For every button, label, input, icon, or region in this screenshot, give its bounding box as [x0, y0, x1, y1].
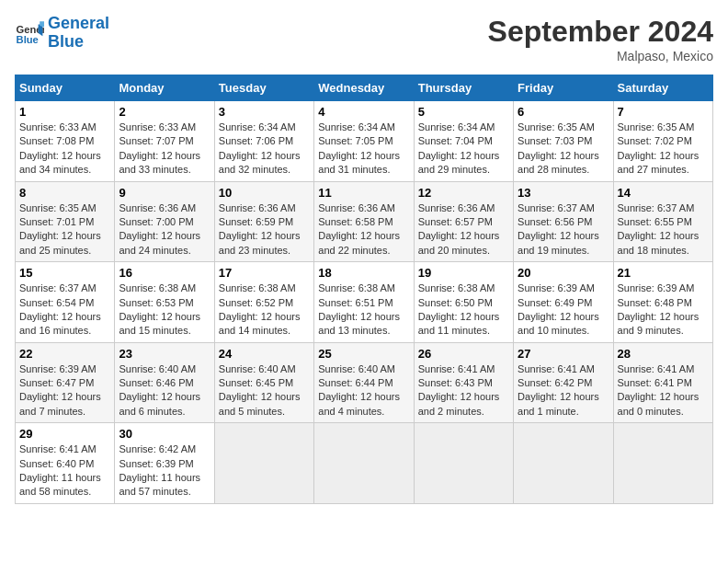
day-cell: 12Sunrise: 6:36 AM Sunset: 6:57 PM Dayli… [414, 181, 513, 262]
day-info: Sunrise: 6:39 AM Sunset: 6:47 PM Dayligh… [19, 362, 110, 419]
day-info: Sunrise: 6:33 AM Sunset: 7:07 PM Dayligh… [119, 121, 210, 178]
day-number: 2 [119, 105, 210, 119]
day-number: 18 [318, 266, 409, 280]
day-number: 21 [618, 266, 709, 280]
day-info: Sunrise: 6:36 AM Sunset: 6:58 PM Dayligh… [318, 201, 409, 259]
day-number: 11 [318, 186, 409, 200]
day-info: Sunrise: 6:34 AM Sunset: 7:06 PM Dayligh… [219, 121, 310, 178]
day-cell: 23Sunrise: 6:40 AM Sunset: 6:46 PM Dayli… [115, 342, 214, 423]
weekday-header-sunday: Sunday [16, 75, 115, 101]
day-number: 9 [119, 186, 210, 200]
week-row-3: 15Sunrise: 6:37 AM Sunset: 6:54 PM Dayli… [16, 262, 713, 343]
day-number: 17 [219, 266, 310, 280]
day-cell: 13Sunrise: 6:37 AM Sunset: 6:56 PM Dayli… [514, 181, 613, 262]
weekday-header-saturday: Saturday [613, 75, 712, 101]
day-info: Sunrise: 6:40 AM Sunset: 6:45 PM Dayligh… [219, 362, 310, 419]
day-info: Sunrise: 6:39 AM Sunset: 6:49 PM Dayligh… [518, 282, 609, 339]
day-cell: 6Sunrise: 6:35 AM Sunset: 7:03 PM Daylig… [514, 101, 613, 182]
day-cell [613, 423, 712, 504]
weekday-header-tuesday: Tuesday [214, 75, 313, 101]
logo-text: GeneralBlue [48, 15, 109, 52]
day-number: 20 [518, 266, 609, 280]
week-row-5: 29Sunrise: 6:41 AM Sunset: 6:40 PM Dayli… [16, 423, 713, 504]
month-title: September 2024 [488, 15, 713, 49]
day-info: Sunrise: 6:37 AM Sunset: 6:56 PM Dayligh… [518, 201, 609, 259]
day-number: 14 [618, 186, 709, 200]
day-cell [314, 423, 414, 504]
week-row-2: 8Sunrise: 6:35 AM Sunset: 7:01 PM Daylig… [16, 181, 713, 262]
weekday-header-thursday: Thursday [414, 75, 513, 101]
weekday-header-monday: Monday [115, 75, 214, 101]
day-number: 23 [119, 347, 210, 361]
day-info: Sunrise: 6:34 AM Sunset: 7:05 PM Dayligh… [318, 121, 409, 178]
day-cell: 2Sunrise: 6:33 AM Sunset: 7:07 PM Daylig… [115, 101, 214, 182]
day-cell: 17Sunrise: 6:38 AM Sunset: 6:52 PM Dayli… [214, 262, 313, 343]
day-cell: 14Sunrise: 6:37 AM Sunset: 6:55 PM Dayli… [613, 181, 712, 262]
day-cell: 15Sunrise: 6:37 AM Sunset: 6:54 PM Dayli… [16, 262, 115, 343]
page-header: General Blue GeneralBlue September 2024 … [15, 15, 713, 63]
day-cell: 24Sunrise: 6:40 AM Sunset: 6:45 PM Dayli… [214, 342, 313, 423]
day-cell: 11Sunrise: 6:36 AM Sunset: 6:58 PM Dayli… [314, 181, 414, 262]
day-info: Sunrise: 6:35 AM Sunset: 7:03 PM Dayligh… [518, 121, 609, 178]
day-cell: 26Sunrise: 6:41 AM Sunset: 6:43 PM Dayli… [414, 342, 513, 423]
day-number: 28 [618, 347, 709, 361]
day-info: Sunrise: 6:36 AM Sunset: 7:00 PM Dayligh… [119, 201, 210, 259]
day-info: Sunrise: 6:38 AM Sunset: 6:50 PM Dayligh… [418, 282, 509, 339]
day-info: Sunrise: 6:36 AM Sunset: 6:57 PM Dayligh… [418, 201, 509, 259]
day-info: Sunrise: 6:37 AM Sunset: 6:55 PM Dayligh… [618, 201, 709, 259]
weekday-header-friday: Friday [514, 75, 613, 101]
weekday-header-wednesday: Wednesday [314, 75, 414, 101]
day-info: Sunrise: 6:42 AM Sunset: 6:39 PM Dayligh… [119, 442, 210, 500]
day-cell: 25Sunrise: 6:40 AM Sunset: 6:44 PM Dayli… [314, 342, 414, 423]
day-cell: 29Sunrise: 6:41 AM Sunset: 6:40 PM Dayli… [16, 423, 115, 504]
title-block: September 2024 Malpaso, Mexico [488, 15, 713, 63]
day-number: 4 [318, 105, 409, 119]
day-number: 3 [219, 105, 310, 119]
week-row-4: 22Sunrise: 6:39 AM Sunset: 6:47 PM Dayli… [16, 342, 713, 423]
day-number: 5 [418, 105, 509, 119]
day-number: 27 [518, 347, 609, 361]
day-info: Sunrise: 6:38 AM Sunset: 6:52 PM Dayligh… [219, 282, 310, 339]
day-info: Sunrise: 6:35 AM Sunset: 7:02 PM Dayligh… [618, 121, 709, 178]
day-cell: 20Sunrise: 6:39 AM Sunset: 6:49 PM Dayli… [514, 262, 613, 343]
day-cell: 8Sunrise: 6:35 AM Sunset: 7:01 PM Daylig… [16, 181, 115, 262]
day-info: Sunrise: 6:41 AM Sunset: 6:42 PM Dayligh… [518, 362, 609, 419]
day-info: Sunrise: 6:38 AM Sunset: 6:51 PM Dayligh… [318, 282, 409, 339]
day-number: 24 [219, 347, 310, 361]
day-info: Sunrise: 6:40 AM Sunset: 6:44 PM Dayligh… [318, 362, 409, 419]
day-cell [414, 423, 513, 504]
day-number: 1 [19, 105, 110, 119]
day-info: Sunrise: 6:38 AM Sunset: 6:53 PM Dayligh… [119, 282, 210, 339]
day-number: 26 [418, 347, 509, 361]
day-cell: 10Sunrise: 6:36 AM Sunset: 6:59 PM Dayli… [214, 181, 313, 262]
day-cell: 19Sunrise: 6:38 AM Sunset: 6:50 PM Dayli… [414, 262, 513, 343]
day-info: Sunrise: 6:41 AM Sunset: 6:43 PM Dayligh… [418, 362, 509, 419]
day-info: Sunrise: 6:34 AM Sunset: 7:04 PM Dayligh… [418, 121, 509, 178]
day-info: Sunrise: 6:39 AM Sunset: 6:48 PM Dayligh… [618, 282, 709, 339]
day-cell: 9Sunrise: 6:36 AM Sunset: 7:00 PM Daylig… [115, 181, 214, 262]
day-cell: 7Sunrise: 6:35 AM Sunset: 7:02 PM Daylig… [613, 101, 712, 182]
day-cell: 28Sunrise: 6:41 AM Sunset: 6:41 PM Dayli… [613, 342, 712, 423]
day-info: Sunrise: 6:41 AM Sunset: 6:41 PM Dayligh… [618, 362, 709, 419]
svg-text:Blue: Blue [17, 34, 39, 45]
day-cell [214, 423, 313, 504]
day-cell: 5Sunrise: 6:34 AM Sunset: 7:04 PM Daylig… [414, 101, 513, 182]
day-cell: 1Sunrise: 6:33 AM Sunset: 7:08 PM Daylig… [16, 101, 115, 182]
day-info: Sunrise: 6:36 AM Sunset: 6:59 PM Dayligh… [219, 201, 310, 259]
day-info: Sunrise: 6:33 AM Sunset: 7:08 PM Dayligh… [19, 121, 110, 178]
logo-icon: General Blue [15, 18, 44, 48]
day-number: 8 [19, 186, 110, 200]
day-number: 7 [618, 105, 709, 119]
day-number: 10 [219, 186, 310, 200]
day-number: 12 [418, 186, 509, 200]
day-cell [514, 423, 613, 504]
day-number: 6 [518, 105, 609, 119]
day-cell: 3Sunrise: 6:34 AM Sunset: 7:06 PM Daylig… [214, 101, 313, 182]
day-number: 15 [19, 266, 110, 280]
logo: General Blue GeneralBlue [15, 15, 109, 52]
day-cell: 22Sunrise: 6:39 AM Sunset: 6:47 PM Dayli… [16, 342, 115, 423]
day-info: Sunrise: 6:35 AM Sunset: 7:01 PM Dayligh… [19, 201, 110, 259]
day-number: 25 [318, 347, 409, 361]
location: Malpaso, Mexico [488, 49, 713, 63]
weekday-header-row: SundayMondayTuesdayWednesdayThursdayFrid… [16, 75, 713, 101]
